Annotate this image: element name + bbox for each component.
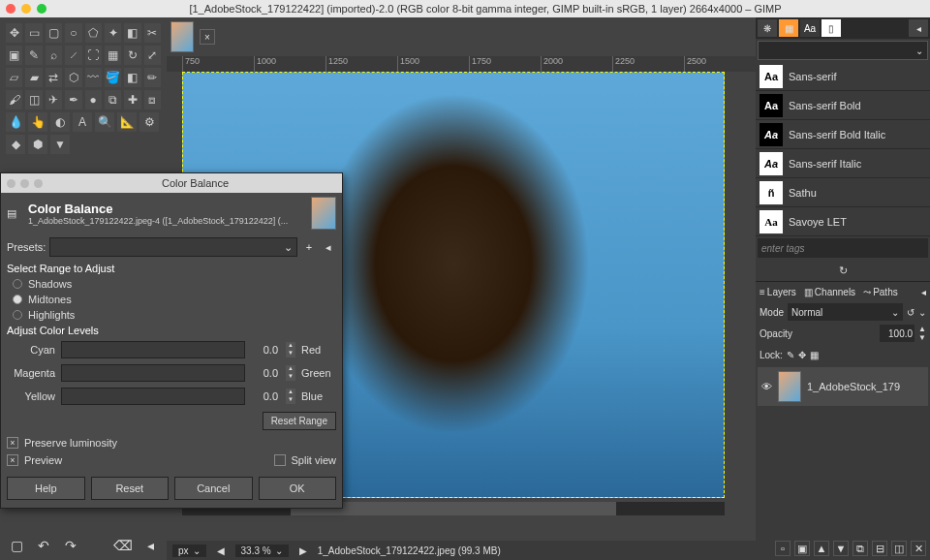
zoom-combo[interactable]: 33.3 % ⌄ [235,544,289,557]
new-layer-button[interactable]: ▫ [775,541,790,556]
close-window-button[interactable] [6,4,16,14]
zoom-in-button[interactable]: ▶ [296,544,310,557]
layer-group-button[interactable]: ▣ [794,541,810,556]
font-item[interactable]: Aa Sans-serif Italic [756,149,930,178]
channels-tab[interactable]: ▥ Channels [804,287,855,297]
dialog-maximize-button[interactable] [34,179,43,188]
tool-align[interactable]: ▭ [25,23,42,43]
lock-alpha-button[interactable]: ▦ [810,350,819,360]
tool-ellipse-select[interactable]: ○ [65,23,81,43]
redo-button[interactable]: ↷ [62,537,79,554]
opacity-value[interactable]: 100.0 [880,325,914,342]
font-item[interactable]: ñ Sathu [756,178,930,207]
help-button[interactable]: Help [7,477,85,500]
tool-heal[interactable]: ✚ [124,90,140,109]
visibility-icon[interactable]: 👁 [761,381,772,392]
delete-layer-button[interactable]: ✕ [911,541,926,556]
spinner-icon[interactable]: ▲▼ [918,325,926,342]
tool-smudge[interactable]: 👆 [28,112,47,132]
close-document-button[interactable]: × [200,29,215,45]
paths-tab[interactable]: ⤳ Paths [863,287,898,297]
tool-cage[interactable]: ⬡ [65,68,81,87]
maximize-window-button[interactable] [37,4,46,14]
tool-move[interactable]: ✥ [6,23,22,43]
tool-extra1[interactable]: ◆ [6,135,25,154]
chevron-down-icon[interactable]: ⌄ [918,307,926,318]
tool-perspective-clone[interactable]: ⧈ [144,90,161,109]
tool-measure[interactable]: ⟋ [65,46,81,65]
tool-flip[interactable]: ⇄ [46,68,62,87]
fonts-tab[interactable]: Aa [800,19,820,37]
shadows-radio[interactable]: Shadows [1,276,342,292]
reset-mode-button[interactable]: ↺ [907,307,914,318]
presets-combo[interactable]: ⌄ [49,237,297,257]
tool-pencil[interactable]: ✏ [144,68,161,87]
tool-airbrush[interactable]: ✈ [46,90,62,109]
highlights-radio[interactable]: Highlights [1,307,342,323]
merge-layer-button[interactable]: ⊟ [872,541,887,556]
yellow-blue-slider[interactable] [61,388,245,405]
tool-free-select[interactable]: ⬠ [85,23,102,43]
font-filter-input[interactable]: ⌄ [758,41,928,60]
tool-rotate[interactable]: ↻ [124,46,140,65]
dialog-minimize-button[interactable] [20,179,29,188]
mask-button[interactable]: ◫ [891,541,907,556]
tool-extra3[interactable]: ▼ [50,135,70,154]
tool-clone[interactable]: ⧉ [105,90,121,109]
font-item[interactable]: Aa Sans-serif Bold [756,91,930,120]
preserve-luminosity-check[interactable]: ×Preserve luminosity [1,434,342,451]
yellow-blue-value[interactable]: 0.0 [251,390,280,402]
layer-item[interactable]: 👁 1_AdobeStock_179 [758,367,928,406]
dialog-close-button[interactable] [7,179,16,188]
font-item[interactable]: Aa Sans-serif Bold Italic [756,120,930,149]
tool-mypaint[interactable]: ● [85,90,102,109]
tool-warp[interactable]: 〰 [85,68,102,87]
tool-crop[interactable]: ⛶ [85,46,102,65]
tool-transform[interactable]: ▦ [105,46,121,65]
midtones-radio[interactable]: Midtones [1,292,342,307]
font-item[interactable]: Aa Savoye LET [756,207,930,236]
tool-rect-select[interactable]: ▢ [46,23,62,43]
tool-scale[interactable]: ⤢ [144,46,161,65]
duplicate-layer-button[interactable]: ⧉ [852,541,868,556]
add-preset-button[interactable]: + [301,241,317,253]
tool-by-color[interactable]: ◧ [124,23,140,43]
tool-bucket[interactable]: 🪣 [105,68,121,87]
patterns-tab[interactable]: ▦ [779,19,798,37]
tool-color-picker[interactable]: ⌕ [46,46,62,65]
tool-fuzzy-select[interactable]: ✦ [105,23,121,43]
tool-perspective[interactable]: ▰ [25,68,42,87]
document-thumbnail[interactable] [170,21,194,52]
refresh-icon[interactable]: ↻ [839,264,848,277]
tool-ink[interactable]: ✒ [65,90,81,109]
raise-layer-button[interactable]: ▲ [814,541,829,556]
minimize-window-button[interactable] [21,4,31,14]
undo-history-icon[interactable]: ▢ [8,537,25,554]
lower-layer-button[interactable]: ▼ [833,541,849,556]
tool-paintbrush[interactable]: 🖌 [6,90,22,109]
magenta-green-value[interactable]: 0.0 [251,367,280,379]
mode-select[interactable]: Normal⌄ [788,303,903,321]
delete-button[interactable]: ⌫ [114,537,132,554]
reset-range-button[interactable]: Reset Range [263,412,336,430]
manage-preset-button[interactable]: ◂ [321,241,336,254]
tool-shear[interactable]: ▱ [6,68,22,87]
font-item[interactable]: Aa Sans-serif [756,62,930,91]
tool-measure2[interactable]: 📐 [117,112,137,132]
tool-gegl[interactable]: ⚙ [140,112,159,132]
undo-button[interactable]: ↶ [35,537,52,554]
tool-extra2[interactable]: ⬢ [28,135,47,154]
docs-tab[interactable]: ▯ [822,19,841,37]
tool-dodge[interactable]: ◐ [50,112,70,132]
cancel-button[interactable]: Cancel [174,477,253,500]
spinner[interactable]: ▲▼ [286,365,295,381]
tool-text[interactable]: A [73,112,92,132]
tags-input[interactable]: enter tags [758,238,928,258]
tool-eraser[interactable]: ◫ [25,90,42,109]
panel-menu-button[interactable]: ◂ [909,19,928,37]
magenta-green-slider[interactable] [61,364,245,382]
panel-menu-button[interactable]: ◂ [141,537,159,554]
tool-zoom[interactable]: 🔍 [95,112,114,132]
lock-pixel-button[interactable]: ✎ [787,350,794,360]
tool-scissors[interactable]: ✂ [144,23,161,43]
